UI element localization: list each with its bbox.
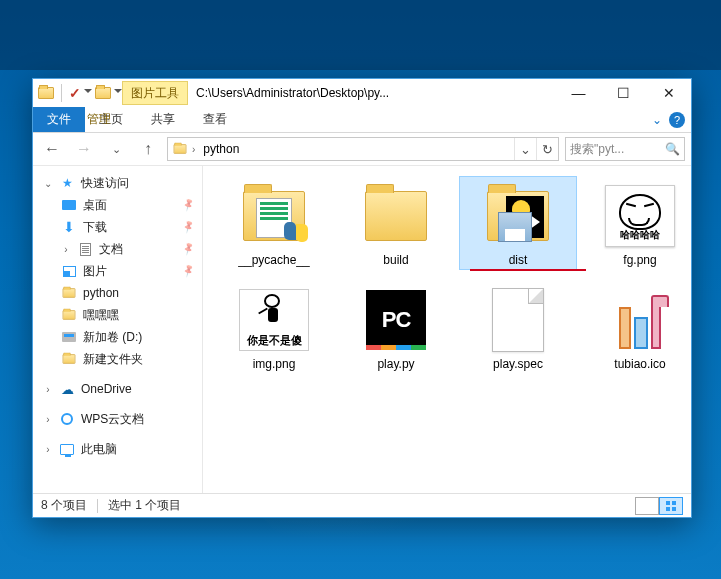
address-bar[interactable]: › python ⌄ ↻: [167, 137, 559, 161]
file-name-label: fg.png: [623, 253, 656, 267]
tab-view[interactable]: 查看: [189, 107, 241, 132]
sidebar-label: WPS云文档: [81, 411, 144, 428]
minimize-button[interactable]: —: [556, 79, 601, 107]
sidebar-label: 此电脑: [81, 441, 117, 458]
file-name-label: __pycache__: [238, 253, 309, 267]
file-thumbnail: 你是不是傻: [234, 285, 314, 355]
navigation-row: ← → ⌄ ↑ › python ⌄ ↻ 搜索"pyt... 🔍: [33, 133, 691, 165]
tab-share[interactable]: 共享: [137, 107, 189, 132]
sidebar-heiheihei[interactable]: 嘿嘿嘿: [33, 304, 202, 326]
new-folder-icon[interactable]: [94, 84, 112, 102]
view-large-icons-button[interactable]: [659, 497, 683, 515]
sidebar-label: 新建文件夹: [83, 351, 143, 368]
address-dropdown-icon[interactable]: ⌄: [514, 138, 536, 160]
sidebar-onedrive[interactable]: ›☁OneDrive: [33, 378, 202, 400]
back-button[interactable]: ←: [39, 136, 65, 162]
sidebar-documents[interactable]: ›文档: [33, 238, 202, 260]
sidebar-new-folder[interactable]: 新建文件夹: [33, 348, 202, 370]
properties-icon[interactable]: ✓: [68, 86, 82, 100]
folder-icon: [37, 84, 55, 102]
explorer-window: ✓ 图片工具 C:\Users\Administrator\Desktop\py…: [32, 78, 692, 518]
file-item[interactable]: PCplay.py: [337, 280, 455, 374]
file-item[interactable]: play.spec: [459, 280, 577, 374]
file-item[interactable]: dist: [459, 176, 577, 270]
file-thumbnail: [356, 181, 436, 251]
qat-dropdown-icon[interactable]: [114, 89, 122, 97]
file-item[interactable]: 你是不是傻img.png: [215, 280, 333, 374]
search-input[interactable]: 搜索"pyt... 🔍: [565, 137, 685, 161]
expand-ribbon-icon[interactable]: ⌄: [649, 112, 665, 128]
sidebar-pictures[interactable]: 图片: [33, 260, 202, 282]
sidebar-label: 嘿嘿嘿: [83, 307, 119, 324]
file-name-label: build: [383, 253, 408, 267]
search-placeholder: 搜索"pyt...: [570, 141, 624, 158]
sidebar-new-volume[interactable]: 新加卷 (D:): [33, 326, 202, 348]
file-item[interactable]: __pycache__: [215, 176, 333, 270]
ribbon-tabs: 文件 主页 共享 查看 管理 ⌄ ?: [33, 107, 691, 133]
item-count: 8 个项目: [41, 497, 87, 514]
file-name-label: play.spec: [493, 357, 543, 371]
sidebar-desktop[interactable]: 桌面: [33, 194, 202, 216]
file-thumbnail: PC: [356, 285, 436, 355]
file-thumbnail: 哈哈哈哈: [600, 181, 680, 251]
file-thumbnail: [234, 181, 314, 251]
quick-access-toolbar: ✓: [37, 84, 122, 102]
titlebar: ✓ 图片工具 C:\Users\Administrator\Desktop\py…: [33, 79, 691, 107]
window-title-path: C:\Users\Administrator\Desktop\py...: [196, 86, 556, 100]
file-name-label: dist: [509, 253, 528, 267]
sidebar-label: OneDrive: [81, 382, 132, 396]
forward-button[interactable]: →: [71, 136, 97, 162]
divider: [61, 84, 62, 102]
file-thumbnail: [478, 285, 558, 355]
file-item[interactable]: 哈哈哈哈fg.png: [581, 176, 691, 270]
close-button[interactable]: ✕: [646, 79, 691, 107]
breadcrumb-segment[interactable]: python: [199, 142, 243, 156]
sidebar-quick-access[interactable]: ⌄★快速访问: [33, 172, 202, 194]
file-thumbnail: [478, 181, 558, 251]
sidebar-label: 快速访问: [81, 175, 129, 192]
sidebar-downloads[interactable]: ⬇下载: [33, 216, 202, 238]
file-list-pane[interactable]: __pycache__builddist哈哈哈哈fg.png你是不是傻img.p…: [203, 166, 691, 493]
file-item[interactable]: tubiao.ico: [581, 280, 691, 374]
file-name-label: img.png: [253, 357, 296, 371]
refresh-icon[interactable]: ↻: [536, 138, 558, 160]
annotation-underline: [470, 269, 586, 271]
help-icon[interactable]: ?: [669, 112, 685, 128]
up-button[interactable]: ↑: [135, 136, 161, 162]
sidebar-label: python: [83, 286, 119, 300]
status-bar: 8 个项目 选中 1 个项目: [33, 493, 691, 517]
tab-manage[interactable]: 管理: [73, 107, 125, 132]
file-name-label: play.py: [377, 357, 414, 371]
navigation-pane: ⌄★快速访问 桌面 ⬇下载 ›文档 图片 python 嘿嘿嘿 新加卷 (D:)…: [33, 166, 203, 493]
sidebar-label: 文档: [99, 241, 123, 258]
file-thumbnail: [600, 285, 680, 355]
recent-dropdown-icon[interactable]: ⌄: [103, 136, 129, 162]
selection-count: 选中 1 个项目: [108, 497, 181, 514]
sidebar-label: 桌面: [83, 197, 107, 214]
sidebar-python[interactable]: python: [33, 282, 202, 304]
window-controls: — ☐ ✕: [556, 79, 691, 107]
file-item[interactable]: build: [337, 176, 455, 270]
sidebar-label: 新加卷 (D:): [83, 329, 142, 346]
sidebar-label: 下载: [83, 219, 107, 236]
search-icon[interactable]: 🔍: [665, 142, 680, 156]
sidebar-wps-cloud[interactable]: ›WPS云文档: [33, 408, 202, 430]
file-name-label: tubiao.ico: [614, 357, 665, 371]
maximize-button[interactable]: ☐: [601, 79, 646, 107]
view-details-button[interactable]: [635, 497, 659, 515]
contextual-tool-tab[interactable]: 图片工具: [122, 81, 188, 105]
sidebar-label: 图片: [83, 263, 107, 280]
chevron-down-icon[interactable]: [84, 89, 92, 97]
sidebar-this-pc[interactable]: ›此电脑: [33, 438, 202, 460]
